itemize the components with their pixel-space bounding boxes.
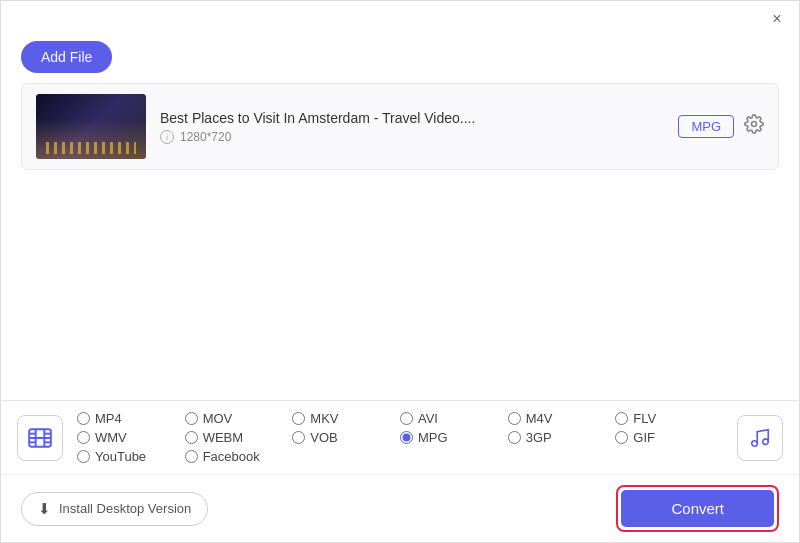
file-actions: MPG bbox=[678, 114, 764, 139]
audio-format-icon-box[interactable] bbox=[737, 415, 783, 461]
format-option-3gp[interactable]: 3GP bbox=[508, 430, 616, 445]
info-icon[interactable]: i bbox=[160, 130, 174, 144]
format-option-avi[interactable]: AVI bbox=[400, 411, 508, 426]
format-option-youtube[interactable]: YouTube bbox=[77, 449, 185, 464]
file-resolution: 1280*720 bbox=[180, 130, 231, 144]
format-option-mkv[interactable]: MKV bbox=[292, 411, 400, 426]
file-item: Best Places to Visit In Amsterdam - Trav… bbox=[22, 84, 778, 169]
download-icon: ⬇ bbox=[38, 500, 51, 518]
format-option-gif[interactable]: GIF bbox=[615, 430, 723, 445]
video-format-icon-box[interactable] bbox=[17, 415, 63, 461]
svg-point-10 bbox=[763, 438, 769, 444]
format-option-webm[interactable]: WEBM bbox=[185, 430, 293, 445]
format-option-facebook[interactable]: Facebook bbox=[185, 449, 293, 464]
close-button[interactable]: × bbox=[767, 9, 787, 29]
format-grid: MP4 MOV MKV AVI M4V FLV bbox=[77, 411, 723, 464]
header: Add File bbox=[1, 37, 799, 83]
install-label: Install Desktop Version bbox=[59, 501, 191, 516]
convert-button[interactable]: Convert bbox=[621, 490, 774, 527]
bottom-section: MP4 MOV MKV AVI M4V FLV bbox=[1, 400, 799, 542]
file-info: Best Places to Visit In Amsterdam - Trav… bbox=[160, 110, 664, 144]
format-badge[interactable]: MPG bbox=[678, 115, 734, 138]
format-option-flv[interactable]: FLV bbox=[615, 411, 723, 426]
convert-button-wrapper: Convert bbox=[616, 485, 779, 532]
format-selector: MP4 MOV MKV AVI M4V FLV bbox=[1, 401, 799, 475]
svg-point-9 bbox=[752, 440, 758, 446]
add-file-button[interactable]: Add File bbox=[21, 41, 112, 73]
title-bar: × bbox=[1, 1, 799, 37]
install-desktop-button[interactable]: ⬇ Install Desktop Version bbox=[21, 492, 208, 526]
thumbnail-image bbox=[36, 94, 146, 159]
file-title: Best Places to Visit In Amsterdam - Trav… bbox=[160, 110, 664, 126]
format-option-mp4[interactable]: MP4 bbox=[77, 411, 185, 426]
format-option-vob[interactable]: VOB bbox=[292, 430, 400, 445]
format-option-mov[interactable]: MOV bbox=[185, 411, 293, 426]
file-list: Best Places to Visit In Amsterdam - Trav… bbox=[21, 83, 779, 170]
file-meta: i 1280*720 bbox=[160, 130, 664, 144]
file-thumbnail bbox=[36, 94, 146, 159]
main-content bbox=[1, 170, 799, 370]
svg-point-0 bbox=[752, 122, 757, 127]
footer-bar: ⬇ Install Desktop Version Convert bbox=[1, 475, 799, 542]
settings-icon[interactable] bbox=[744, 114, 764, 139]
format-option-mpg[interactable]: MPG bbox=[400, 430, 508, 445]
format-option-m4v[interactable]: M4V bbox=[508, 411, 616, 426]
format-option-wmv[interactable]: WMV bbox=[77, 430, 185, 445]
